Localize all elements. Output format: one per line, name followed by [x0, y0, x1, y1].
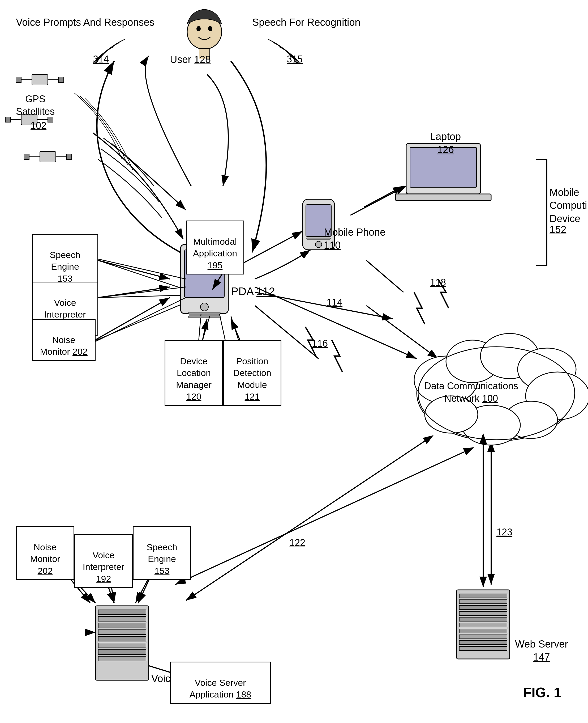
ref-122-label: 122	[289, 537, 305, 549]
svg-line-101	[98, 287, 186, 298]
svg-rect-94	[459, 617, 507, 621]
gps-label: GPS Satellites	[16, 93, 55, 118]
svg-rect-97	[459, 635, 507, 639]
voice-server-app-box: Voice Server Application 188	[170, 662, 271, 704]
speech-engine-1-box: Speech Engine153	[32, 234, 98, 288]
multimodal-app-box: Multimodal Application195	[186, 221, 244, 275]
svg-rect-80	[98, 610, 146, 615]
svg-point-52	[201, 303, 208, 311]
ref-118-label: 118	[430, 276, 446, 289]
ref-315-label: 315	[287, 53, 302, 66]
figure-label: FIG. 1	[523, 684, 562, 702]
speech-engine-2-box: Speech Engine153	[133, 526, 191, 580]
svg-rect-90	[459, 594, 507, 598]
svg-rect-89	[457, 590, 510, 659]
svg-line-9	[98, 287, 170, 298]
svg-point-28	[481, 334, 539, 379]
data-comm-label: Data Communications Network 100	[416, 380, 527, 405]
speech-recognition-label: Speech For Recognition	[252, 16, 360, 29]
position-detection-box: Position Detection Module121	[223, 340, 281, 406]
svg-line-14	[175, 452, 465, 585]
svg-rect-79	[96, 606, 149, 680]
svg-rect-35	[32, 74, 48, 85]
svg-rect-54	[188, 316, 220, 318]
svg-line-78	[135, 662, 170, 672]
svg-line-10	[90, 298, 170, 343]
voice-prompts-label: Voice Prompts And Responses	[16, 16, 154, 29]
svg-line-8	[98, 260, 170, 279]
svg-line-5	[366, 260, 403, 292]
svg-rect-81	[98, 617, 146, 621]
mobile-computing-label: Mobile Computing Device	[549, 186, 588, 225]
svg-rect-91	[459, 600, 507, 604]
svg-line-21	[98, 295, 194, 298]
svg-rect-43	[5, 117, 10, 122]
svg-line-73	[186, 441, 425, 601]
svg-rect-93	[459, 611, 507, 616]
svg-point-31	[504, 401, 558, 438]
svg-line-4	[364, 186, 403, 207]
svg-rect-85	[98, 643, 146, 648]
svg-rect-84	[98, 636, 146, 641]
svg-line-100	[98, 259, 186, 279]
svg-rect-92	[459, 606, 507, 609]
ref-314-label: 314	[93, 53, 109, 66]
ref-116-label: 116	[312, 338, 328, 350]
svg-rect-45	[40, 152, 56, 162]
user-label: User 128	[170, 53, 211, 66]
svg-point-64	[208, 26, 212, 32]
svg-rect-61	[396, 194, 491, 201]
svg-rect-48	[24, 154, 29, 159]
svg-line-20	[98, 260, 194, 292]
device-location-manager-box: Device Location Manager120	[165, 340, 223, 406]
diagram: Voice Prompts And Responses 314 Speech F…	[0, 0, 588, 723]
voice-interpreter-2-box: Voice Interpreter192	[74, 534, 133, 588]
svg-rect-38	[16, 77, 21, 82]
svg-line-19	[130, 659, 149, 672]
mobile-phone-label: Mobile Phone110	[324, 226, 385, 252]
svg-rect-39	[58, 77, 64, 82]
svg-rect-53	[188, 312, 220, 314]
svg-point-63	[196, 26, 201, 32]
noise-monitor-2-box: Noise Monitor202	[16, 526, 74, 580]
svg-point-30	[526, 372, 588, 420]
svg-rect-86	[98, 650, 146, 655]
svg-line-68	[351, 186, 406, 215]
svg-rect-82	[98, 623, 146, 628]
svg-point-27	[446, 340, 499, 383]
svg-rect-99	[459, 646, 507, 650]
svg-point-62	[187, 15, 222, 49]
ref-114-label: 114	[327, 296, 342, 309]
svg-point-57	[315, 241, 322, 248]
svg-rect-83	[98, 630, 146, 635]
gps-num-label: 102	[30, 120, 46, 132]
mobile-computing-num-label: 152	[549, 223, 566, 236]
svg-rect-87	[98, 656, 146, 661]
svg-line-13	[366, 305, 438, 359]
web-server-label: Web Server147	[515, 638, 568, 664]
noise-monitor-1-box: Noise Monitor 202	[32, 319, 96, 361]
laptop-label: Laptop126	[430, 130, 461, 157]
pda-label: PDA 112	[231, 284, 275, 299]
svg-rect-96	[459, 629, 507, 633]
ref-123-label: 123	[497, 526, 512, 539]
svg-rect-95	[459, 623, 507, 627]
svg-line-7	[255, 292, 393, 319]
svg-point-32	[462, 405, 520, 445]
svg-rect-98	[459, 641, 507, 645]
svg-line-22	[90, 300, 191, 343]
svg-line-102	[96, 298, 186, 341]
svg-rect-49	[66, 154, 72, 159]
diagram-svg	[0, 0, 588, 723]
